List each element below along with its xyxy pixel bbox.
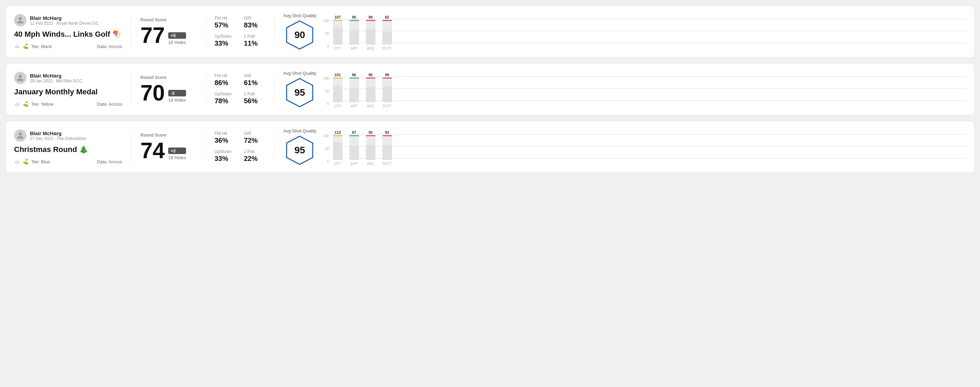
bar-group-putt: 93 PUTT <box>382 130 392 166</box>
bar-wrapper <box>333 21 342 44</box>
stats-grid: FW Hit 36% GIR 72% Up/Down 33% 1 Putt 22… <box>215 131 266 163</box>
score-holes: 18 Holes <box>168 155 186 160</box>
round-title: Christmas Round 🎄 <box>14 145 122 154</box>
bar-axis-label: PUTT <box>383 104 391 108</box>
avatar <box>14 14 26 26</box>
y-label-50: 50 <box>325 147 329 151</box>
y-label-100: 100 <box>323 134 329 138</box>
stat-gir: GIR 72% <box>244 131 267 144</box>
bar-background <box>366 21 375 44</box>
user-name: Blair McHarg <box>30 130 86 136</box>
gir-value: 72% <box>244 136 267 144</box>
tee-icon: ⛳ <box>23 44 29 49</box>
user-row: Blair McHarg 29 Jan 2022 · Mill Ride GCC <box>14 72 122 84</box>
oneputt-value: 56% <box>244 97 267 105</box>
stat-updown: Up/Down 78% <box>215 92 237 105</box>
stat-oneputt: 1 Putt 22% <box>244 149 267 163</box>
round-card: Blair McHarg 27 Dec 2021 · The Oxfordshi… <box>5 121 975 173</box>
gir-label: GIR <box>244 73 267 78</box>
bar-group-ott: 107 OTT <box>333 15 342 51</box>
bar-background <box>382 78 392 102</box>
card-left-section: Blair McHarg 27 Dec 2021 · The Oxfordshi… <box>14 129 131 164</box>
y-label-0: 0 <box>327 44 329 48</box>
updown-value: 78% <box>215 97 237 105</box>
tee-row: ☁️ ⛳ Tee: Yellow Data: Arccos <box>14 101 122 107</box>
date-course: 12 Feb 2022 · Royal North Devon GC <box>30 21 99 26</box>
quality-left: Avg Shot Quality 90 <box>283 13 317 51</box>
shot-quality-chart: 100 50 0 107 OTT <box>323 13 966 51</box>
bar-group-arg: 98 ARG <box>366 15 375 51</box>
score-badge: +2 <box>168 148 186 154</box>
card-left-section: Blair McHarg 29 Jan 2022 · Mill Ride GCC… <box>14 72 131 107</box>
score-holes: 18 Holes <box>168 97 186 103</box>
bar-axis-label: PUTT <box>383 47 391 51</box>
bar-fill <box>350 146 359 160</box>
bar-color-line <box>350 135 359 136</box>
updown-label: Up/Down <box>215 34 237 39</box>
round-card: Blair McHarg 12 Feb 2022 · Royal North D… <box>5 5 975 58</box>
bar-wrapper <box>382 21 392 44</box>
user-row: Blair McHarg 12 Feb 2022 · Royal North D… <box>14 14 122 26</box>
bars-area: 110 OTT 87 APP <box>333 128 392 166</box>
bar-fill <box>382 32 392 44</box>
bar-wrapper <box>350 21 359 44</box>
bar-axis-label: APP <box>351 47 358 51</box>
bar-fill <box>366 29 375 44</box>
bar-background <box>382 21 392 44</box>
bar-color-line <box>333 78 342 79</box>
quality-section: Avg Shot Quality 90 100 50 0 <box>275 13 966 51</box>
card-left-section: Blair McHarg 12 Feb 2022 · Royal North D… <box>14 14 131 49</box>
hexagon-container: 90 <box>284 19 315 51</box>
gir-value: 61% <box>244 79 267 87</box>
tee-left: ☁️ ⛳ Tee: Yellow <box>14 101 54 107</box>
bar-wrapper <box>382 136 392 160</box>
oneputt-value: 22% <box>244 155 267 163</box>
bar-color-line <box>333 20 342 21</box>
score-number: 70 <box>140 82 165 104</box>
score-number: 74 <box>140 140 165 162</box>
bar-color-line <box>350 78 359 79</box>
bar-group-arg: 95 ARG <box>366 130 375 166</box>
round-card: Blair McHarg 29 Jan 2022 · Mill Ride GCC… <box>5 63 975 115</box>
y-label-100: 100 <box>323 76 329 80</box>
y-axis: 100 50 0 <box>323 76 329 106</box>
fw-hit-value: 86% <box>215 79 237 87</box>
bar-color-line <box>382 78 392 79</box>
user-icon <box>16 132 24 139</box>
bar-group-app: 95 APP <box>350 15 359 51</box>
shot-quality-chart: 100 50 0 101 OTT <box>323 70 966 108</box>
bar-fill <box>366 87 375 102</box>
weather-icon: ☁️ <box>14 159 20 164</box>
bar-wrapper <box>366 136 375 160</box>
score-label: Round Score <box>140 17 196 22</box>
score-label: Round Score <box>140 75 196 80</box>
user-name: Blair McHarg <box>30 73 82 79</box>
user-info: Blair McHarg 29 Jan 2022 · Mill Ride GCC <box>30 73 82 83</box>
fw-hit-label: FW Hit <box>215 16 237 21</box>
bar-group-ott: 110 OTT <box>333 130 342 166</box>
score-main: 70 -2 18 Holes <box>140 82 196 104</box>
stat-oneputt: 1 Putt 11% <box>244 34 267 48</box>
stat-gir: GIR 61% <box>244 73 267 87</box>
hex-score: 95 <box>294 145 305 156</box>
bar-wrapper <box>333 136 342 160</box>
quality-left: Avg Shot Quality 95 <box>283 128 317 166</box>
bars-area: 107 OTT 95 APP <box>333 13 392 51</box>
user-name: Blair McHarg <box>30 15 99 21</box>
bar-color-line <box>350 20 359 21</box>
bar-color-line <box>382 20 392 21</box>
bar-fill <box>366 145 375 160</box>
stats-section: FW Hit 57% GIR 83% Up/Down 33% 1 Putt 11… <box>206 16 275 48</box>
bar-fill <box>382 145 392 160</box>
gir-label: GIR <box>244 131 267 136</box>
bar-background <box>382 136 392 160</box>
bar-wrapper <box>366 21 375 44</box>
date-course: 29 Jan 2022 · Mill Ride GCC <box>30 79 82 83</box>
stats-section: FW Hit 36% GIR 72% Up/Down 33% 1 Putt 22… <box>206 131 275 163</box>
bar-group-app: 87 APP <box>350 130 359 166</box>
stat-oneputt: 1 Putt 56% <box>244 92 267 105</box>
avatar <box>14 129 26 142</box>
bar-background <box>366 78 375 102</box>
quality-section: Avg Shot Quality 95 100 50 0 <box>275 128 966 166</box>
score-number: 77 <box>140 24 165 46</box>
